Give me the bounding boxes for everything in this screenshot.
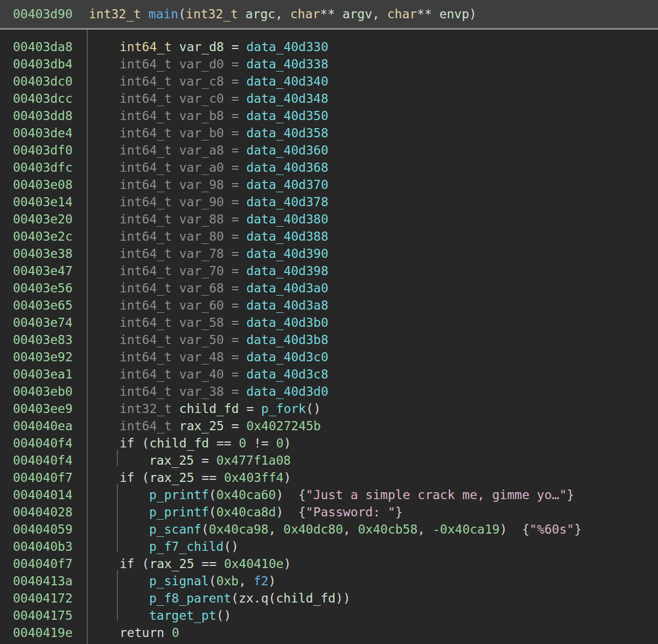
string-token[interactable]: "%60s" — [529, 522, 574, 536]
number-token[interactable]: 0 — [239, 436, 247, 450]
address-token[interactable]: 00403e56 — [13, 279, 73, 297]
address-token[interactable]: 00403e47 — [13, 262, 73, 279]
code-line[interactable]: 00404172p_f8_parent(zx.q(child_fd)) — [0, 590, 658, 607]
type-token[interactable]: int32_t — [89, 7, 141, 21]
code-line[interactable]: 00404059p_scanf(0x40ca98, 0x40dc80, 0x40… — [0, 521, 658, 538]
variable-token[interactable]: argc — [246, 7, 275, 21]
symbol-token[interactable]: data_40d380 — [246, 212, 328, 226]
code-line[interactable]: 00403e65int64_t var_60 = data_40d3a8 — [0, 297, 658, 314]
address-token[interactable]: 00403dc0 — [13, 73, 73, 90]
code-line[interactable]: 00403e14int64_t var_90 = data_40d378 — [0, 193, 658, 211]
number-token[interactable]: 0x477f1a08 — [216, 453, 291, 467]
variable-token[interactable]: envp — [439, 7, 469, 21]
variable-token[interactable]: rax_25 — [179, 419, 224, 433]
code-line[interactable]: 00403dc0int64_t var_c8 = data_40d340 — [0, 73, 658, 90]
code-line[interactable]: 00403e92int64_t var_48 = data_40d3c0 — [0, 348, 658, 366]
code-line[interactable]: 00404014p_printf(0x40ca60) {"Just a simp… — [0, 486, 658, 503]
address-token[interactable]: 00404059 — [13, 521, 73, 538]
function-token[interactable]: main — [149, 7, 178, 21]
code-line[interactable]: 00403e38int64_t var_78 = data_40d390 — [0, 245, 658, 262]
address-token[interactable]: 004040ea — [13, 417, 73, 435]
address-token[interactable]: 00404028 — [13, 503, 73, 521]
address-token[interactable]: 00403ea1 — [13, 366, 73, 383]
address-token[interactable]: 0040419e — [13, 624, 73, 641]
symbol-token[interactable]: data_40d3c0 — [246, 350, 328, 364]
code-line[interactable]: 00403e20int64_t var_88 = data_40d380 — [0, 211, 658, 228]
address-token[interactable]: 00403e08 — [13, 176, 73, 193]
address-token[interactable]: 00403e65 — [13, 297, 73, 314]
code-line[interactable]: 004040f7if (rax_25 == 0x403ff4) — [0, 469, 658, 486]
code-line[interactable]: 00403e83int64_t var_50 = data_40d3b8 — [0, 331, 658, 348]
code-line[interactable]: 00404028p_printf(0x40ca8d) {"Password: "… — [0, 503, 658, 521]
address-token[interactable]: 00403da8 — [13, 38, 73, 55]
symbol-token[interactable]: data_40d3a8 — [246, 298, 328, 312]
address-token[interactable]: 00403db4 — [13, 55, 73, 73]
variable-token[interactable]: child_fd — [149, 436, 209, 450]
code-line[interactable]: 00403e74int64_t var_58 = data_40d3b0 — [0, 314, 658, 331]
symbol-token[interactable]: data_40d3b8 — [246, 333, 328, 347]
address-token[interactable]: 00403dcc — [13, 90, 73, 107]
code-line[interactable]: 00403db4int64_t var_d0 = data_40d338 — [0, 55, 658, 73]
address-token[interactable]: 004040f7 — [13, 555, 73, 572]
code-line[interactable]: 004040b3p_f7_child() — [0, 538, 658, 555]
function-signature-line[interactable]: 00403d90 int32_t main(int32_t argc, char… — [0, 0, 658, 28]
code-line[interactable]: 00403dd8int64_t var_b8 = data_40d350 — [0, 107, 658, 124]
address-token[interactable]: 004040f7 — [13, 469, 73, 486]
address-token[interactable]: 00403dd8 — [13, 107, 73, 124]
symbol-token[interactable]: data_40d330 — [246, 40, 328, 54]
code-line[interactable]: 00403e08int64_t var_98 = data_40d370 — [0, 176, 658, 193]
code-line[interactable]: 00403da8int64_t var_d8 = data_40d330 — [0, 38, 658, 55]
symbol-token[interactable]: data_40d338 — [246, 57, 328, 71]
number-token[interactable]: 0x4027245b — [246, 419, 320, 433]
symbol-token[interactable]: data_40d358 — [246, 126, 328, 140]
address-token[interactable]: 00403d90 — [13, 0, 73, 28]
number-token[interactable]: 0 — [172, 626, 179, 640]
address-token[interactable]: 00403e2c — [13, 228, 73, 245]
symbol-token[interactable]: target_pt — [149, 608, 216, 622]
address-token[interactable]: 00403df0 — [13, 142, 73, 159]
code-line[interactable]: 00403dfcint64_t var_a0 = data_40d368 — [0, 159, 658, 176]
variable-token[interactable]: child_fd — [276, 591, 335, 605]
address-token[interactable]: 0040413a — [13, 572, 73, 590]
symbol-token[interactable]: p_signal — [149, 574, 209, 588]
address-token[interactable]: 00403e74 — [13, 314, 73, 331]
address-token[interactable]: 00403de4 — [13, 124, 73, 142]
number-token[interactable]: 0x40ca8d — [216, 505, 276, 519]
variable-token[interactable]: rax_25 — [149, 453, 194, 467]
code-line[interactable]: 004040f4if (child_fd == 0 != 0) — [0, 435, 658, 452]
symbol-token[interactable]: data_40d390 — [246, 247, 328, 261]
code-line[interactable]: 0040413ap_signal(0xb, f2) — [0, 572, 658, 590]
address-token[interactable]: 00403e92 — [13, 348, 73, 366]
code-line[interactable]: 004040f7if (rax_25 == 0x40410e) — [0, 555, 658, 572]
symbol-token[interactable]: data_40d3b0 — [246, 316, 328, 330]
number-token[interactable]: 0x40410e — [224, 557, 284, 571]
address-token[interactable]: 00403dfc — [13, 159, 73, 176]
address-token[interactable]: 00403e14 — [13, 193, 73, 211]
symbol-token[interactable]: data_40d370 — [246, 178, 328, 192]
variable-token[interactable]: child_fd — [179, 402, 239, 416]
symbol-token[interactable]: data_40d3c8 — [246, 367, 328, 381]
code-line[interactable]: 00403e56int64_t var_68 = data_40d3a0 — [0, 279, 658, 297]
variable-token[interactable]: argv — [342, 7, 372, 21]
variable-token[interactable]: var_d8 — [179, 40, 224, 54]
symbol-token[interactable]: data_40d388 — [246, 229, 328, 243]
symbol-token[interactable]: p_f7_child — [149, 540, 223, 554]
symbol-token[interactable]: data_40d398 — [246, 264, 328, 278]
number-token[interactable]: 0 — [276, 436, 284, 450]
address-token[interactable]: 00403e38 — [13, 245, 73, 262]
variable-token[interactable]: rax_25 — [149, 557, 194, 571]
type-token[interactable]: int32_t — [186, 7, 238, 21]
address-token[interactable]: 00403ee9 — [13, 400, 73, 417]
address-token[interactable]: 004040f4 — [13, 435, 73, 452]
code-line[interactable]: 00403e2cint64_t var_80 = data_40d388 — [0, 228, 658, 245]
address-token[interactable]: 00403e20 — [13, 211, 73, 228]
symbol-token[interactable]: data_40d378 — [246, 195, 328, 209]
variable-token[interactable]: rax_25 — [149, 471, 194, 485]
symbol-token[interactable]: p_fork — [261, 402, 306, 416]
number-token[interactable]: 0x40ca60 — [216, 488, 276, 502]
symbol-token[interactable]: p_printf — [149, 505, 209, 519]
code-line[interactable]: 00403ea1int64_t var_40 = data_40d3c8 — [0, 366, 658, 383]
symbol-token[interactable]: data_40d340 — [246, 74, 328, 88]
symbol-token[interactable]: data_40d360 — [246, 143, 328, 157]
code-line[interactable]: 00403eb0int64_t var_38 = data_40d3d0 — [0, 383, 658, 400]
